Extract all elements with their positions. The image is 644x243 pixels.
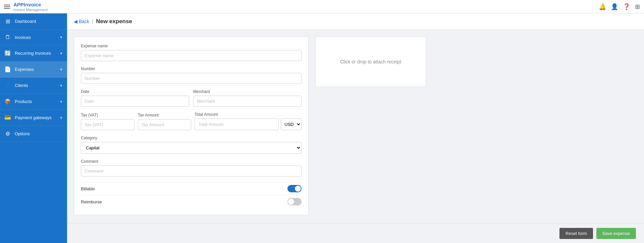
billable-slider <box>287 185 302 192</box>
tax-vat-group: Tax (VAT) <box>81 113 135 130</box>
date-merchant-row: Date Merchant <box>81 89 302 112</box>
receipt-drop-text: Click or drop to attach receipt <box>340 59 401 64</box>
tax-amount-group: Tax Amount <box>138 113 192 130</box>
expenses-icon: 📄 <box>4 66 11 72</box>
tax-vat-input[interactable] <box>81 119 135 130</box>
sidebar-label: Invoices <box>15 35 56 40</box>
reset-button[interactable]: Reset form <box>559 228 593 239</box>
tax-amount-label: Tax Amount <box>138 113 192 117</box>
merchant-group: Merchant <box>193 89 302 107</box>
chevron-down-icon: ▼ <box>59 84 63 88</box>
expense-name-group: Expense name <box>81 44 302 61</box>
main-content: ◀ Back | New expense Expense name Number… <box>67 13 644 243</box>
chevron-down-icon: ▼ <box>59 100 63 104</box>
receipt-drop-zone[interactable]: Click or drop to attach receipt <box>315 37 426 87</box>
merchant-label: Merchant <box>193 89 302 94</box>
back-link[interactable]: ◀ Back <box>74 19 89 24</box>
comment-input[interactable] <box>81 165 302 177</box>
recurring-icon: 🔄 <box>4 50 11 56</box>
sidebar-item-products[interactable]: 📦 Products ▼ <box>0 94 67 110</box>
sidebar-label: Dashboard <box>15 19 63 24</box>
reimburse-row: Reimburse <box>81 195 302 208</box>
category-label: Category <box>81 136 302 140</box>
reimburse-label: Reimburse <box>81 199 102 204</box>
chevron-down-icon: ▼ <box>59 67 63 71</box>
sidebar-item-dashboard[interactable]: ⊞ Dashboard <box>0 13 67 30</box>
expense-name-input[interactable] <box>81 50 302 61</box>
expense-name-label: Expense name <box>81 44 302 48</box>
date-input[interactable] <box>81 96 189 107</box>
sidebar: ⊞ Dashboard 🗒 Invoices ▼ 🔄 Recurring Inv… <box>0 13 67 243</box>
sidebar-item-expenses[interactable]: 📄 Expenses ▼ <box>0 61 67 78</box>
content-area: Expense name Number Date Merchant <box>67 30 644 222</box>
clients-icon: 👤 <box>4 82 11 89</box>
grid-icon[interactable]: ⊞ <box>635 3 640 10</box>
bell-icon[interactable]: 🔔 <box>599 3 606 10</box>
sidebar-item-clients[interactable]: 👤 Clients ▼ <box>0 78 67 94</box>
payment-icon: 💳 <box>4 114 11 121</box>
divider: | <box>92 18 93 25</box>
reimburse-toggle[interactable] <box>287 198 302 205</box>
date-group: Date <box>81 89 189 107</box>
sidebar-label: Expenses <box>15 67 56 72</box>
tax-amount-input[interactable] <box>138 119 192 130</box>
billable-label: Billable <box>81 186 95 191</box>
page-title: New expense <box>96 18 132 25</box>
menu-toggle[interactable] <box>4 5 10 9</box>
topbar: APPInvoice Invoice Management 🔔 👤 ❓ ⊞ <box>0 0 644 13</box>
chevron-down-icon: ▼ <box>59 51 63 55</box>
sidebar-label: Payment gateways <box>15 115 56 120</box>
category-select[interactable]: Capital Operating Travel Other <box>81 142 302 154</box>
expense-form: Expense name Number Date Merchant <box>74 37 309 215</box>
number-group: Number <box>81 66 302 84</box>
sidebar-item-recurring-invoices[interactable]: 🔄 Recurring Invoices ▼ <box>0 45 67 61</box>
app-name: APPInvoice <box>13 2 48 8</box>
sidebar-label: Recurring Invoices <box>15 51 56 56</box>
sidebar-label: Products <box>15 99 56 104</box>
chevron-down-icon: ▼ <box>59 116 63 120</box>
topbar-icons: 🔔 👤 ❓ ⊞ <box>599 3 640 10</box>
currency-select[interactable]: USD EUR GBP <box>281 118 302 130</box>
bottom-bar: Reset form Save expense <box>67 224 644 243</box>
sidebar-item-options[interactable]: ⚙ Options <box>0 126 67 142</box>
help-icon[interactable]: ❓ <box>623 3 630 10</box>
tax-vat-label: Tax (VAT) <box>81 113 135 117</box>
user-icon[interactable]: 👤 <box>611 3 618 10</box>
sidebar-item-invoices[interactable]: 🗒 Invoices ▼ <box>0 30 67 45</box>
total-amount-input[interactable] <box>195 118 279 130</box>
products-icon: 📦 <box>4 98 11 105</box>
total-amount-row: USD EUR GBP <box>195 118 302 130</box>
invoices-icon: 🗒 <box>4 34 11 40</box>
category-group: Category Capital Operating Travel Other <box>81 136 302 154</box>
reimburse-slider <box>287 198 302 205</box>
save-button[interactable]: Save expense <box>596 228 636 239</box>
brand-block: APPInvoice Invoice Management <box>13 2 48 12</box>
number-label: Number <box>81 66 302 71</box>
comment-label: Comment <box>81 159 302 164</box>
app-subtitle: Invoice Management <box>13 8 48 12</box>
sidebar-label: Clients <box>15 83 56 88</box>
tax-amount-row: Tax (VAT) Tax Amount Total Amount USD EU… <box>81 112 302 130</box>
page-header: ◀ Back | New expense <box>67 13 644 30</box>
total-amount-group: Total Amount USD EUR GBP <box>195 112 302 130</box>
billable-row: Billable <box>81 182 302 195</box>
number-input[interactable] <box>81 73 302 84</box>
billable-toggle[interactable] <box>287 185 302 192</box>
merchant-input[interactable] <box>193 96 302 107</box>
date-label: Date <box>81 89 189 94</box>
options-icon: ⚙ <box>4 131 11 137</box>
sidebar-item-payment-gateways[interactable]: 💳 Payment gateways ▼ <box>0 110 67 126</box>
topbar-left: APPInvoice Invoice Management <box>4 2 48 12</box>
sidebar-label: Options <box>15 131 63 136</box>
comment-group: Comment <box>81 159 302 177</box>
dashboard-icon: ⊞ <box>4 18 11 25</box>
chevron-down-icon: ▼ <box>59 35 63 39</box>
total-amount-label: Total Amount <box>195 112 302 117</box>
